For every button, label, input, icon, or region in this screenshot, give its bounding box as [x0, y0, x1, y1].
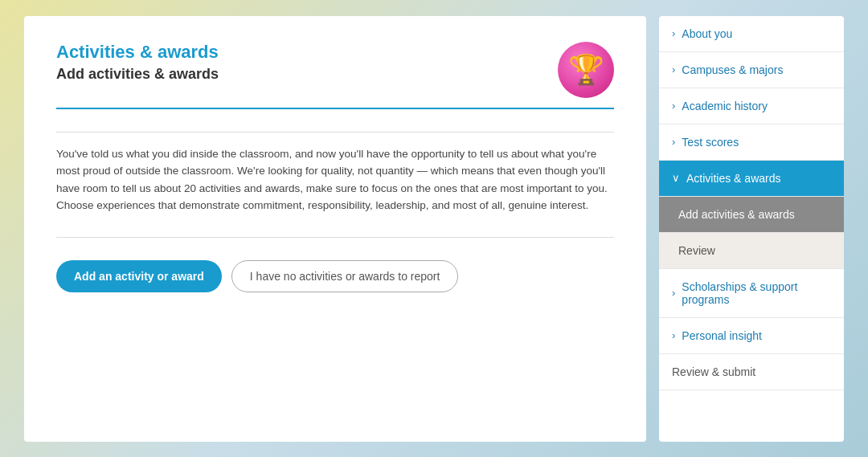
- sidebar-item-add-activities[interactable]: Add activities & awards: [659, 197, 844, 233]
- sidebar-item-label: Test scores: [682, 136, 739, 149]
- chevron-down-icon: ∨: [672, 172, 680, 184]
- sidebar-item-label: Review & submit: [672, 365, 755, 378]
- section-subtitle: Add activities & awards: [56, 66, 219, 83]
- chevron-right-icon: ›: [672, 329, 675, 341]
- sidebar-item-academic-history[interactable]: › Academic history: [659, 88, 844, 124]
- sidebar: › About you › Campuses & majors › Academ…: [659, 16, 844, 442]
- sidebar-item-campuses-majors[interactable]: › Campuses & majors: [659, 52, 844, 88]
- sidebar-item-label: Activities & awards: [686, 172, 780, 185]
- description-text: You've told us what you did inside the c…: [56, 145, 614, 214]
- add-activity-button[interactable]: Add an activity or award: [56, 260, 222, 292]
- action-buttons: Add an activity or award I have no activ…: [56, 260, 614, 292]
- panel-header: Activities & awards Add activities & awa…: [56, 42, 614, 109]
- sidebar-item-review[interactable]: Review: [659, 233, 844, 269]
- sidebar-item-label: Campuses & majors: [682, 63, 783, 76]
- sidebar-item-scholarships[interactable]: › Scholarships & support programs: [659, 269, 844, 318]
- no-activities-button[interactable]: I have no activities or awards to report: [231, 260, 459, 292]
- section-title: Activities & awards: [56, 42, 219, 63]
- sidebar-item-label: Personal insight: [682, 329, 762, 342]
- sidebar-item-label: Academic history: [682, 100, 768, 112]
- panel-titles: Activities & awards Add activities & awa…: [56, 42, 219, 83]
- sidebar-item-label: About you: [682, 27, 732, 40]
- chevron-right-icon: ›: [672, 63, 675, 75]
- sidebar-item-review-submit[interactable]: Review & submit: [659, 354, 844, 390]
- sidebar-item-label: Scholarships & support programs: [682, 280, 831, 306]
- sidebar-item-personal-insight[interactable]: › Personal insight: [659, 318, 844, 354]
- sidebar-item-about-you[interactable]: › About you: [659, 16, 844, 52]
- sidebar-item-label: Add activities & awards: [678, 208, 795, 221]
- main-content-panel: Activities & awards Add activities & awa…: [24, 16, 646, 442]
- chevron-right-icon: ›: [672, 287, 675, 299]
- sidebar-item-test-scores[interactable]: › Test scores: [659, 124, 844, 161]
- bottom-divider: [56, 237, 614, 238]
- sidebar-item-label: Review: [678, 244, 715, 257]
- chevron-right-icon: ›: [672, 27, 675, 39]
- trophy-icon: 🏆: [558, 42, 614, 98]
- sidebar-item-activities-awards[interactable]: ∨ Activities & awards: [659, 161, 844, 197]
- chevron-right-icon: ›: [672, 136, 675, 148]
- top-divider: [56, 132, 614, 133]
- chevron-right-icon: ›: [672, 100, 675, 112]
